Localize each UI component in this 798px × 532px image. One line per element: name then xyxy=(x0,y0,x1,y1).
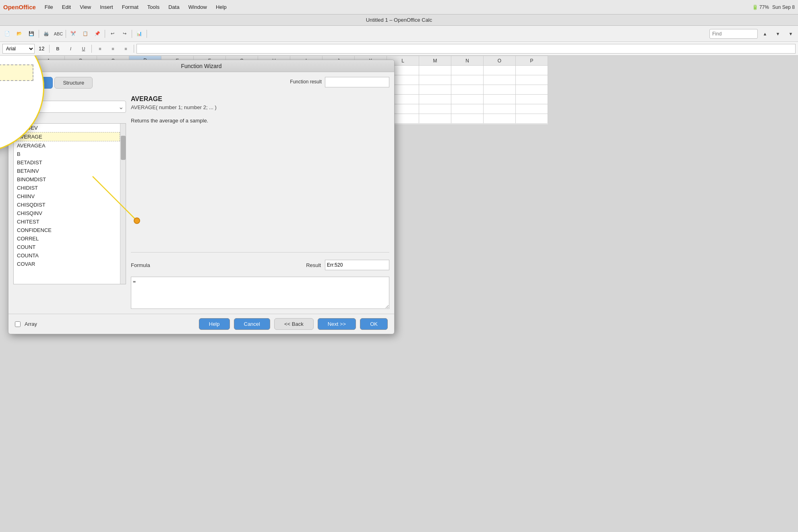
toolbar-copy[interactable]: 📋 xyxy=(80,28,91,39)
function-item-averagea[interactable]: AVERAGEA xyxy=(14,141,120,150)
cell-4-15[interactable] xyxy=(484,95,516,104)
next-button[interactable]: Next >> xyxy=(318,318,356,330)
toolbar-print[interactable]: 🖨️ xyxy=(41,28,52,39)
toolbar-save[interactable]: 💾 xyxy=(26,28,37,39)
formula-sep2 xyxy=(91,45,92,53)
svg-point-1 xyxy=(134,218,140,224)
menu-edit[interactable]: Edit xyxy=(58,2,75,12)
array-label: Array xyxy=(25,321,37,327)
cell-2-16[interactable] xyxy=(516,75,548,85)
function-result-box xyxy=(325,77,389,87)
dialog-titlebar: Function Wizard xyxy=(8,60,394,72)
scrollbar-thumb[interactable] xyxy=(121,136,126,160)
cell-2-13[interactable] xyxy=(419,75,451,85)
underline-btn[interactable]: U xyxy=(78,43,89,54)
toolbar-more[interactable]: ▼ xyxy=(785,28,796,39)
function-info: AVERAGE AVERAGE( number 1; number 2; ...… xyxy=(131,91,389,129)
menu-tools[interactable]: Tools xyxy=(143,2,163,12)
cell-3-16[interactable] xyxy=(516,85,548,95)
cell-5-15[interactable] xyxy=(484,104,516,114)
bold-btn[interactable]: B xyxy=(52,43,63,54)
function-item-average[interactable]: AVERAGE xyxy=(14,132,120,141)
function-item-covar[interactable]: COVAR xyxy=(14,260,120,268)
toolbar-sep4 xyxy=(132,30,132,38)
cell-3-15[interactable] xyxy=(484,85,516,95)
toolbar-chart[interactable]: 📊 xyxy=(134,28,145,39)
menubar: OpenOffice File Edit View Insert Format … xyxy=(0,0,798,14)
toolbar-new[interactable]: 📄 xyxy=(2,28,13,39)
cell-4-16[interactable] xyxy=(516,95,548,104)
magnify-list: AVEDEV AVERAGE AVERAGEA B BETADIS xyxy=(0,56,33,124)
toolbar-redo[interactable]: ↪ xyxy=(119,28,130,39)
cell-4-14[interactable] xyxy=(451,95,484,104)
toolbar-paste[interactable]: 📌 xyxy=(92,28,103,39)
cell-3-13[interactable] xyxy=(419,85,451,95)
magnify-item-average: AVERAGE xyxy=(0,64,33,81)
cell-1-13[interactable] xyxy=(419,66,451,75)
cell-6-14[interactable] xyxy=(451,114,484,124)
col-header-o: O xyxy=(484,56,516,66)
col-header-m: M xyxy=(419,56,451,66)
cell-5-16[interactable] xyxy=(516,104,548,114)
function-item-b[interactable]: B xyxy=(14,150,120,158)
col-header-n: N xyxy=(451,56,484,66)
toolbar-cut[interactable]: ✂️ xyxy=(68,28,79,39)
toolbar-undo[interactable]: ↩ xyxy=(107,28,118,39)
array-checkbox[interactable] xyxy=(15,321,21,327)
toolbar-spellcheck[interactable]: ABC xyxy=(53,28,64,39)
cell-2-15[interactable] xyxy=(484,75,516,85)
cell-6-13[interactable] xyxy=(419,114,451,124)
menu-data[interactable]: Data xyxy=(164,2,183,12)
cell-5-14[interactable] xyxy=(451,104,484,114)
cell-3-14[interactable] xyxy=(451,85,484,95)
cell-2-14[interactable] xyxy=(451,75,484,85)
align-center[interactable]: ≡ xyxy=(107,43,118,54)
formulabar: Arial 12 B I U ≡ ≡ ≡ xyxy=(0,42,798,56)
cell-1-14[interactable] xyxy=(451,66,484,75)
result-label: Result xyxy=(306,262,321,268)
magnify-item-avedev: AVEDEV xyxy=(0,56,33,64)
toolbar-open[interactable]: 📂 xyxy=(14,28,25,39)
find-input[interactable] xyxy=(709,29,758,39)
toolbar-sep3 xyxy=(105,30,105,38)
app-logo: OpenOffice xyxy=(3,4,36,10)
menu-view[interactable]: View xyxy=(76,2,95,12)
font-select[interactable]: Arial xyxy=(2,44,35,54)
dialog-title: Function Wizard xyxy=(181,63,221,69)
function-signature: AVERAGE( number 1; number 2; ... ) xyxy=(131,104,389,110)
ok-button[interactable]: OK xyxy=(360,318,388,330)
cell-1-15[interactable] xyxy=(484,66,516,75)
cell-1-16[interactable] xyxy=(516,66,548,75)
menu-insert[interactable]: Insert xyxy=(96,2,117,12)
back-button[interactable]: << Back xyxy=(274,318,314,330)
main-area: A B C D E F G H I J K L M N O P xyxy=(0,56,798,532)
toolbar: 📄 📂 💾 🖨️ ABC ✂️ 📋 📌 ↩ ↪ 📊 ▲ ▼ ▼ xyxy=(0,26,798,42)
cell-4-13[interactable] xyxy=(419,95,451,104)
toolbar-sep5 xyxy=(147,30,147,38)
function-item-betadist[interactable]: BETADIST xyxy=(14,158,120,167)
formula-result-row: Formula Result Err:520 xyxy=(131,260,389,270)
cell-5-13[interactable] xyxy=(419,104,451,114)
menu-help[interactable]: Help xyxy=(212,2,231,12)
formula-sep xyxy=(49,45,50,53)
cell-6-15[interactable] xyxy=(484,114,516,124)
menu-file[interactable]: File xyxy=(41,2,57,12)
svg-line-0 xyxy=(93,176,137,221)
magnify-item-b: B xyxy=(0,95,33,110)
toolbar-find-next[interactable]: ▼ xyxy=(772,28,784,39)
cancel-button[interactable]: Cancel xyxy=(234,318,270,330)
formula-input[interactable] xyxy=(136,44,796,54)
italic-btn[interactable]: I xyxy=(65,43,76,54)
toolbar-find-prev[interactable]: ▲ xyxy=(759,28,771,39)
cell-6-16[interactable] xyxy=(516,114,548,124)
menu-window[interactable]: Window xyxy=(184,2,211,12)
align-right[interactable]: ≡ xyxy=(120,43,131,54)
help-button[interactable]: Help xyxy=(199,318,230,330)
formula-label: Formula xyxy=(131,262,150,268)
function-result-row: Function result xyxy=(131,77,389,87)
formula-input-area[interactable]: = xyxy=(131,277,389,309)
align-left[interactable]: ≡ xyxy=(94,43,105,54)
menu-format[interactable]: Format xyxy=(118,2,143,12)
toolbar-sep1 xyxy=(39,30,39,38)
tab-structure[interactable]: Structure xyxy=(54,77,93,89)
